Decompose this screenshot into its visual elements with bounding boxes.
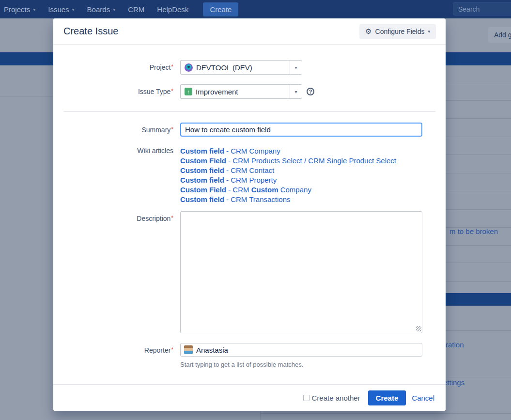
configure-fields-label: Configure Fields bbox=[375, 28, 425, 35]
nav-item-helpdesk[interactable]: HelpDesk bbox=[157, 5, 188, 14]
wiki-article-link-bold: Custom bbox=[251, 186, 279, 194]
nav-item-label: HelpDesk bbox=[157, 5, 188, 14]
dialog-body: Project* DEVTOOL (DEV) ▾ Issue Type* bbox=[53, 45, 446, 384]
wiki-article-link[interactable]: Custom Field - CRM Custom Company bbox=[180, 185, 396, 195]
summary-input[interactable] bbox=[180, 123, 422, 137]
nav-item-label: Boards bbox=[87, 5, 110, 14]
bg-row-divider bbox=[260, 413, 511, 414]
wiki-article-link[interactable]: Custom field - CRM Property bbox=[180, 175, 396, 185]
improvement-icon: ↑ bbox=[185, 88, 192, 95]
wiki-article-link-bold: Custom field bbox=[180, 147, 224, 155]
required-marker: * bbox=[171, 215, 173, 221]
issue-type-select-dropdown-button[interactable]: ▾ bbox=[290, 84, 302, 99]
chevron-down-icon: ▾ bbox=[72, 7, 75, 12]
summary-field-row: Summary* bbox=[53, 123, 446, 137]
create-another-checkbox[interactable] bbox=[303, 395, 310, 401]
wiki-article-link-bold: Custom field bbox=[180, 195, 224, 203]
nav-item-label: Projects bbox=[4, 5, 30, 14]
search-input[interactable] bbox=[453, 2, 511, 16]
bg-issue-link[interactable]: ration bbox=[446, 341, 464, 349]
reporter-value: Anastasia bbox=[196, 346, 228, 354]
caret-down-icon: ▾ bbox=[294, 89, 297, 94]
issue-type-select-value[interactable]: ↑ Improvement bbox=[180, 84, 290, 99]
reporter-hint: Start typing to get a list of possible m… bbox=[180, 361, 422, 368]
nav-item-label: CRM bbox=[128, 5, 144, 14]
wiki-article-link[interactable]: Custom field - CRM Company bbox=[180, 146, 396, 156]
nav-item-boards[interactable]: Boards▾ bbox=[87, 5, 116, 14]
project-select[interactable]: DEVTOOL (DEV) ▾ bbox=[180, 60, 302, 75]
dialog-footer: Create another Create Cancel bbox=[53, 384, 446, 411]
description-textarea[interactable] bbox=[180, 211, 422, 333]
wiki-article-link-text: - CRM Company bbox=[224, 147, 280, 155]
configure-fields-button[interactable]: ⚙ Configure Fields ▾ bbox=[359, 24, 436, 39]
create-issue-dialog: Create Issue ⚙ Configure Fields ▾ Projec… bbox=[53, 18, 446, 411]
gear-icon: ⚙ bbox=[365, 28, 372, 35]
issue-type-field-row: Issue Type* ↑ Improvement ▾ ? bbox=[53, 84, 446, 99]
nav-item-issues[interactable]: Issues▾ bbox=[48, 5, 74, 14]
nav-items: Projects▾Issues▾Boards▾CRMHelpDesk bbox=[4, 5, 188, 14]
wiki-article-link-bold: Custom field bbox=[180, 176, 224, 184]
dialog-title: Create Issue bbox=[63, 26, 118, 37]
wiki-article-link-bold: Custom field bbox=[180, 166, 224, 174]
chevron-down-icon: ▾ bbox=[428, 29, 430, 34]
wiki-articles-row: Wiki articles Custom field - CRM Company… bbox=[53, 146, 446, 204]
wiki-article-link-text: - CRM Contact bbox=[224, 166, 274, 174]
top-navbar: Projects▾Issues▾Boards▾CRMHelpDesk Creat… bbox=[0, 0, 511, 18]
wiki-article-link[interactable]: Custom Field - CRM Products Select / CRM… bbox=[180, 156, 396, 166]
section-divider bbox=[63, 111, 435, 112]
chevron-down-icon: ▾ bbox=[113, 7, 115, 12]
issue-type-value: Improvement bbox=[196, 88, 238, 96]
resize-handle-icon[interactable] bbox=[416, 326, 421, 331]
wiki-article-link-text: - CRM Products Select / CRM Single Produ… bbox=[226, 156, 396, 165]
wiki-article-link-bold: Custom Field bbox=[180, 186, 226, 194]
reporter-label: Reporter* bbox=[53, 343, 180, 368]
project-select-value[interactable]: DEVTOOL (DEV) bbox=[180, 60, 290, 75]
description-label: Description* bbox=[53, 211, 180, 333]
project-select-dropdown-button[interactable]: ▾ bbox=[290, 60, 302, 75]
create-button[interactable]: Create bbox=[368, 390, 406, 405]
project-label: Project* bbox=[53, 60, 180, 75]
wiki-article-link[interactable]: Custom field - CRM Contact bbox=[180, 166, 396, 175]
wiki-articles-label: Wiki articles bbox=[53, 146, 180, 204]
issue-type-label: Issue Type* bbox=[53, 84, 180, 99]
summary-label: Summary* bbox=[53, 123, 180, 137]
bg-issue-link[interactable]: m to be broken bbox=[449, 227, 498, 235]
project-avatar-icon bbox=[185, 63, 193, 72]
nav-item-crm[interactable]: CRM bbox=[128, 5, 144, 14]
help-icon[interactable]: ? bbox=[307, 88, 314, 95]
cancel-link[interactable]: Cancel bbox=[412, 394, 434, 402]
required-marker: * bbox=[171, 88, 173, 94]
description-field-row: Description* bbox=[53, 211, 446, 333]
dialog-header: Create Issue ⚙ Configure Fields ▾ bbox=[53, 18, 446, 45]
nav-create-button[interactable]: Create bbox=[203, 2, 238, 16]
reporter-avatar bbox=[184, 345, 193, 354]
nav-item-projects[interactable]: Projects▾ bbox=[4, 5, 35, 14]
chevron-down-icon: ▾ bbox=[33, 7, 35, 12]
wiki-article-link-text: - CRM Property bbox=[224, 176, 277, 184]
create-another-label[interactable]: Create another bbox=[312, 394, 360, 402]
project-value: DEVTOOL (DEV) bbox=[196, 63, 252, 72]
add-gadget-button[interactable]: Add g bbox=[488, 27, 511, 43]
wiki-article-link-text: - CRM bbox=[226, 186, 251, 194]
nav-item-label: Issues bbox=[48, 5, 69, 14]
bg-column-divider bbox=[260, 411, 261, 420]
wiki-article-link-text: Company bbox=[279, 186, 311, 194]
wiki-article-link-bold: Custom Field bbox=[180, 156, 226, 165]
wiki-articles-list: Custom field - CRM CompanyCustom Field -… bbox=[180, 146, 396, 204]
required-marker: * bbox=[171, 346, 173, 353]
issue-type-select[interactable]: ↑ Improvement ▾ bbox=[180, 84, 302, 99]
required-marker: * bbox=[171, 63, 173, 70]
caret-down-icon: ▾ bbox=[294, 65, 297, 70]
reporter-field-row: Reporter* Anastasia Start typing to get … bbox=[53, 343, 446, 368]
required-marker: * bbox=[171, 126, 173, 133]
wiki-article-link[interactable]: Custom field - CRM Transactions bbox=[180, 195, 396, 204]
wiki-article-link-text: - CRM Transactions bbox=[224, 195, 291, 203]
project-field-row: Project* DEVTOOL (DEV) ▾ bbox=[53, 60, 446, 75]
reporter-input[interactable]: Anastasia bbox=[180, 343, 422, 357]
